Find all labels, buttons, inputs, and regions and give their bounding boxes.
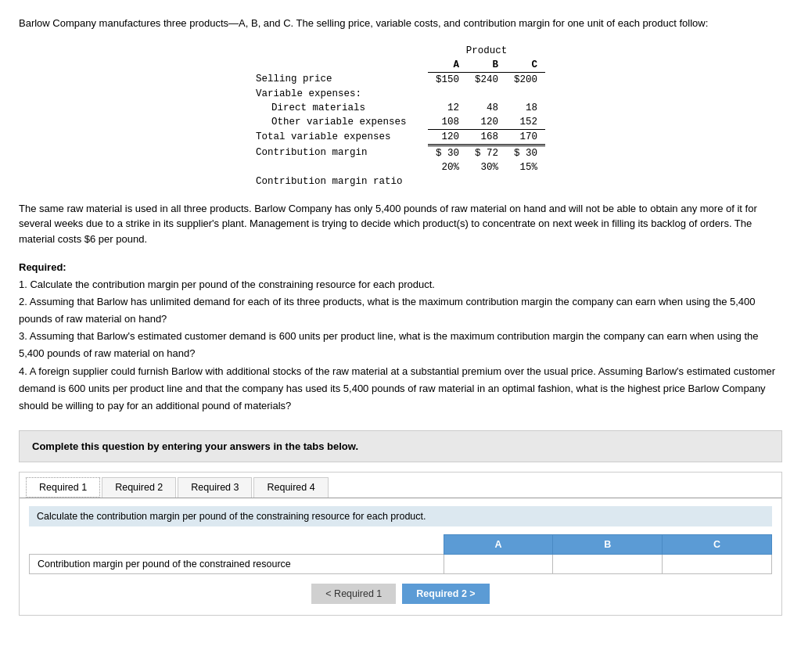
input-b[interactable]: [580, 559, 635, 570]
product-header: Product: [428, 44, 545, 58]
tab-description: Calculate the contribution margin per po…: [29, 506, 772, 526]
complete-box-text: Complete this question by entering your …: [32, 440, 358, 452]
answer-col-b: B: [553, 534, 663, 554]
tabs-container: Required 1 Required 2 Required 3 Require…: [19, 472, 782, 616]
tab-required-4[interactable]: Required 4: [253, 477, 328, 498]
answer-input-b[interactable]: [553, 554, 663, 573]
required-item-2: 2. Assuming that Barlow has unlimited de…: [19, 293, 782, 328]
tab-required-3[interactable]: Required 3: [178, 477, 252, 498]
answer-table: A B C Contribution margin per pound of t…: [29, 534, 772, 574]
raw-material-text: The same raw material is used in all thr…: [19, 201, 782, 247]
required-item-1: 1. Calculate the contribution margin per…: [19, 276, 782, 293]
next-button[interactable]: Required 2 >: [402, 584, 489, 604]
required-item-3: 3. Assuming that Barlow's estimated cust…: [19, 328, 782, 362]
answer-row-label: Contribution margin per pound of the con…: [30, 554, 444, 573]
tab-required-1[interactable]: Required 1: [26, 477, 100, 498]
tabs-row: Required 1 Required 2 Required 3 Require…: [20, 473, 781, 498]
complete-box: Complete this question by entering your …: [19, 430, 782, 462]
answer-input-a[interactable]: [444, 554, 553, 573]
table-row: 20% 30% 15%: [256, 160, 545, 174]
prev-button[interactable]: < Required 1: [311, 584, 396, 604]
required-section: Required: 1. Calculate the contribution …: [19, 259, 782, 415]
answer-input-c[interactable]: [663, 554, 772, 573]
required-header: Required:: [19, 261, 66, 273]
col-header-b: B: [467, 58, 506, 73]
intro-text: Barlow Company manufactures three produc…: [19, 16, 782, 31]
tab-content: Calculate the contribution margin per po…: [20, 498, 781, 615]
table-row: Selling price $150 $240 $200: [256, 72, 545, 87]
required-item-4: 4. A foreign supplier could furnish Barl…: [19, 363, 782, 415]
table-row: Contribution margin ratio: [256, 174, 545, 189]
answer-col-c: C: [663, 534, 772, 554]
input-a[interactable]: [471, 559, 526, 570]
table-row: Direct materials 12 48 18: [256, 101, 545, 115]
table-row: Variable expenses:: [256, 87, 545, 101]
tab-required-2[interactable]: Required 2: [102, 477, 176, 498]
input-c[interactable]: [690, 559, 745, 570]
product-table: Product A B C Selling price $150 $240 $2…: [256, 44, 545, 189]
col-header-c: C: [506, 58, 545, 73]
col-header-a: A: [428, 58, 467, 73]
bottom-nav: < Required 1 Required 2 >: [29, 584, 772, 607]
table-row: Other variable expenses 108 120 152: [256, 115, 545, 130]
answer-col-a: A: [444, 534, 553, 554]
table-row: Contribution margin $ 30 $ 72 $ 30: [256, 145, 545, 160]
table-row: Total variable expenses 120 168 170: [256, 129, 545, 145]
answer-row: Contribution margin per pound of the con…: [30, 554, 772, 573]
